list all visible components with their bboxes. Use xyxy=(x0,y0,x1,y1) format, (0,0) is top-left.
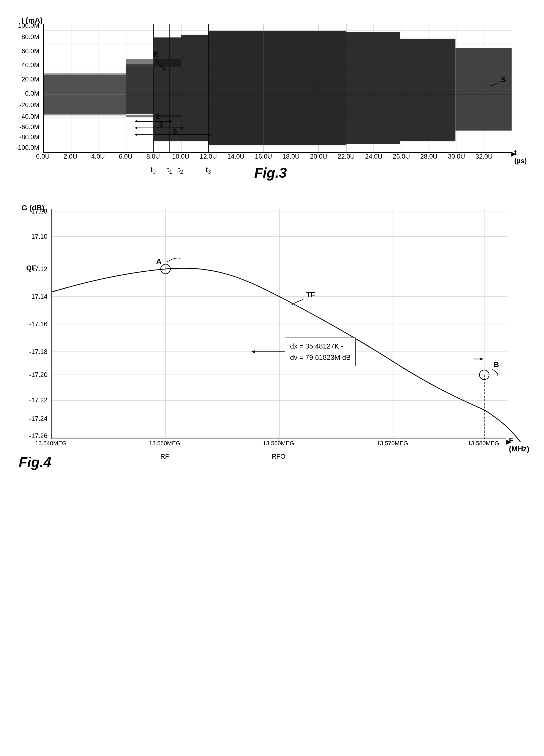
fig4-x-4: 13.570MEG xyxy=(377,440,408,447)
fig3-x-26: 26.0U xyxy=(393,153,410,160)
svg-text:TF: TF xyxy=(306,291,315,299)
fig4-y-1710: -17.10 xyxy=(29,233,47,240)
svg-text:B: B xyxy=(494,360,499,369)
svg-rect-57 xyxy=(126,64,153,114)
fig3-t1: t1 xyxy=(167,166,172,175)
fig3-x-0: 0.0U xyxy=(36,153,50,160)
svg-rect-66 xyxy=(455,48,512,130)
fig3-x-12: 12.0U xyxy=(200,153,217,160)
fig3-chart-area: F1 F2 F3 F4 F5 xyxy=(43,24,512,153)
fig3-y-n20: -20.0M xyxy=(19,101,39,109)
fig3-waveform: 2 3 5 E S xyxy=(44,24,512,152)
svg-rect-56 xyxy=(44,114,126,115)
fig3-y-axis: 100.0M 80.0M 60.0M 40.0M 20.0M 0.0M -20.… xyxy=(16,23,42,151)
fig3-x-32: 32.0U xyxy=(475,153,493,160)
svg-rect-64 xyxy=(346,32,400,144)
fig4-grid-svg: A B TF QF xyxy=(52,209,506,439)
fig3-y-n60: -60.0M xyxy=(19,123,39,131)
fig4-y-1708: -17.08 xyxy=(29,208,47,215)
fig4-y-1720: -17.20 xyxy=(29,371,47,379)
svg-rect-55 xyxy=(44,73,126,75)
svg-marker-74 xyxy=(134,127,137,129)
fig3-y-20: 20.0M xyxy=(21,76,39,83)
fig4-y-1722: -17.22 xyxy=(29,396,47,404)
fig3-t2: t2 xyxy=(178,166,183,175)
fig3-x-10: 10.0U xyxy=(172,153,189,160)
fig4-x-axis-title: F (MHz) xyxy=(509,436,529,453)
svg-text:5: 5 xyxy=(173,128,177,135)
page: I (mA) ▲ ▶ t (µs) 100.0M 80.0M 60.0M 40.… xyxy=(0,0,544,756)
svg-rect-61 xyxy=(181,35,209,141)
svg-text:A: A xyxy=(156,257,162,265)
fig3-t3: t3 xyxy=(206,166,211,175)
svg-rect-65 xyxy=(400,39,456,141)
fig3-x-30: 30.0U xyxy=(448,153,465,160)
fig3-x-14: 14.0U xyxy=(227,153,245,160)
fig4-info-box: dx = 35.48127K - dv = 79.61823M dB xyxy=(285,338,356,366)
fig3-y-n100: -100.0M xyxy=(16,144,39,151)
fig4-x-1: 13.540MEG xyxy=(35,440,66,447)
svg-text:3: 3 xyxy=(159,121,163,128)
fig3-title: Fig.3 xyxy=(254,165,287,181)
fig4-y-1726: -17.26 xyxy=(29,432,47,440)
fig3-x-2: 2.0U xyxy=(64,153,77,160)
svg-marker-70 xyxy=(134,120,137,123)
fig4-rf-label: RF xyxy=(160,453,169,460)
fig4-rfo-tick xyxy=(279,439,279,444)
fig4-y-1714: -17.14 xyxy=(29,293,47,300)
fig3-x-28: 28.0U xyxy=(420,153,437,160)
fig4-chart-area: A B TF QF dx = xyxy=(51,209,506,439)
fig3-y-80: 80.0M xyxy=(21,33,39,41)
svg-marker-108 xyxy=(251,350,255,353)
svg-text:2: 2 xyxy=(156,113,160,120)
fig3-container: I (mA) ▲ ▶ t (µs) 100.0M 80.0M 60.0M 40.… xyxy=(16,8,525,163)
fig3-x-22: 22.0U xyxy=(337,153,355,160)
fig4-y-1718: -17.18 xyxy=(29,348,47,355)
fig4-rf-tick xyxy=(165,439,165,444)
svg-text:E: E xyxy=(153,51,158,59)
fig4-info-line1: dx = 35.48127K - xyxy=(290,341,351,352)
svg-text:QF: QF xyxy=(26,264,36,272)
fig3-x-24: 24.0U xyxy=(365,153,382,160)
fig4-x-5: 13.580MEG xyxy=(468,440,499,447)
fig3-y-0: 0.0M xyxy=(25,90,39,97)
fig3-x-6: 6.0U xyxy=(119,153,133,160)
svg-text:S: S xyxy=(501,76,506,84)
fig3-y-n40: -40.0M xyxy=(19,113,39,120)
svg-rect-62 xyxy=(209,31,264,145)
fig3-y-60: 60.0M xyxy=(21,47,39,55)
svg-rect-63 xyxy=(264,31,346,145)
fig4-info-line2: dv = 79.61823M dB xyxy=(290,352,351,363)
fig4-rfo-label: RFO xyxy=(272,453,286,460)
fig3-x-4: 4.0U xyxy=(91,153,105,160)
fig3-x-18: 18.0U xyxy=(282,153,299,160)
fig3-x-axis-title: t (µs) xyxy=(514,148,527,165)
fig3-y-n80: -80.0M xyxy=(19,133,39,141)
fig3-x-16: 16.0U xyxy=(255,153,272,160)
fig4-y-axis: -17.08 -17.10 -17.12 -17.14 -17.16 -17.1… xyxy=(16,209,50,439)
fig3-t0: t0 xyxy=(151,166,156,175)
fig4-y-1724: -17.24 xyxy=(29,415,47,422)
fig3-x-8: 8.0U xyxy=(146,153,160,160)
fig4-y-1716: -17.16 xyxy=(29,320,47,328)
fig4-container: G (dB) ▲ ▶ F (MHz) -17.08 -17.10 -17.12 … xyxy=(16,193,525,461)
svg-marker-110 xyxy=(480,358,484,360)
svg-marker-78 xyxy=(134,133,137,136)
fig3-x-20: 20.0U xyxy=(310,153,327,160)
fig3-y-100: 100.0M xyxy=(18,22,39,29)
fig3-y-40: 40.0M xyxy=(21,61,39,69)
fig4-title: Fig.4 xyxy=(19,454,51,470)
